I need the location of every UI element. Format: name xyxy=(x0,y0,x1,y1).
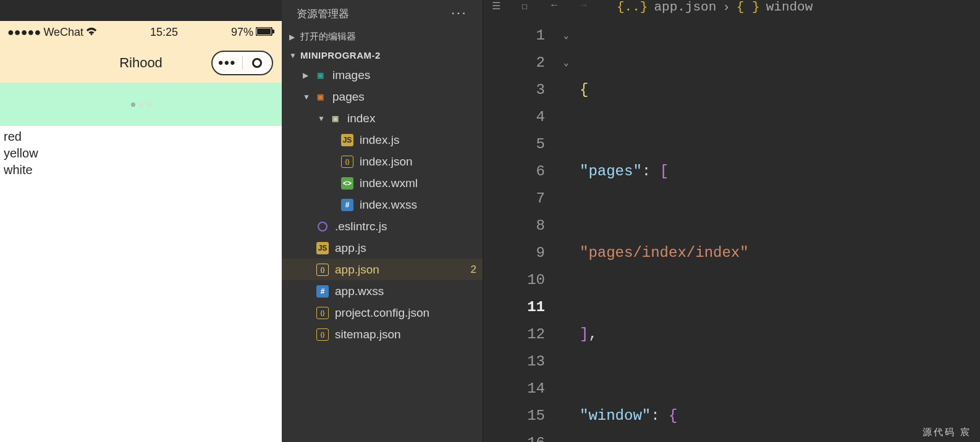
wxml-file-icon: <> xyxy=(341,177,353,190)
battery-icon xyxy=(256,26,274,39)
tree-label: .eslintrc.js xyxy=(335,220,387,233)
tree-label: app.js xyxy=(335,241,366,255)
tree-label: index xyxy=(347,112,375,125)
project-root-section[interactable]: ▼ MINIPROGRAM-2 xyxy=(282,46,483,64)
status-time: 15:25 xyxy=(97,26,231,39)
tree-file-app-json[interactable]: {} app.json 2 xyxy=(282,259,483,280)
chevron-right-icon: ▶ xyxy=(289,33,300,41)
tree-label: pages xyxy=(332,90,365,104)
capsule-button[interactable]: ••• xyxy=(211,51,273,75)
tree-file-index-wxss[interactable]: # index.wxss xyxy=(282,194,483,215)
wxss-file-icon: # xyxy=(341,199,353,211)
tree-folder-images[interactable]: ▶ ▣ images xyxy=(282,64,483,86)
chevron-down-icon: ▼ xyxy=(289,51,300,60)
tree-file-index-wxml[interactable]: <> index.wxml xyxy=(282,172,483,194)
tree-label: app.json xyxy=(335,263,379,277)
capsule-more-icon[interactable]: ••• xyxy=(213,55,242,71)
tree-file-index-json[interactable]: {} index.json xyxy=(282,151,483,172)
capsule-close-icon[interactable] xyxy=(243,58,272,68)
tree-label: index.js xyxy=(360,133,399,147)
watermark-text: 源代码 宸 xyxy=(923,427,971,438)
chevron-down-icon: ▼ xyxy=(318,114,329,123)
content-line: red xyxy=(4,128,278,145)
open-editors-label: 打开的编辑器 xyxy=(300,31,356,43)
json-file-icon: {} xyxy=(316,328,329,341)
code-area[interactable]: { "pages": [ "pages/index/index" ], "win… xyxy=(580,11,980,442)
chevron-down-icon: ▼ xyxy=(303,93,314,101)
tree-label: index.json xyxy=(360,155,413,169)
json-file-icon: {} xyxy=(341,156,353,168)
tree-folder-pages[interactable]: ▼ ▣ pages xyxy=(282,86,483,107)
tree-folder-index[interactable]: ▼ ▣ index xyxy=(282,107,483,129)
tree-label: index.wxss xyxy=(360,198,417,212)
tree-label: app.wxss xyxy=(335,285,384,298)
wxss-file-icon: # xyxy=(316,285,329,298)
code-editor[interactable]: ☰ ☐ ← → {..} app.json › { } window 123 4… xyxy=(483,0,980,442)
folder-icon: ▣ xyxy=(329,112,341,125)
tree-file-project-config[interactable]: {} project.config.json xyxy=(282,302,483,323)
explorer-header: 资源管理器 ··· xyxy=(282,0,483,27)
editor-toolbar: ☰ ☐ ← → {..} app.json › { } window xyxy=(483,0,980,11)
line-number-gutter: 123 456 789 101112 131415 16 xyxy=(483,11,564,442)
svg-rect-2 xyxy=(272,30,274,33)
json-file-icon: {} xyxy=(316,264,329,276)
file-tree: ▶ ▣ images ▼ ▣ pages ▼ ▣ index JS index.… xyxy=(282,64,483,349)
project-name: MINIPROGRAM-2 xyxy=(300,50,381,60)
sim-nav-title: Rihood xyxy=(119,55,163,71)
tree-file-index-js[interactable]: JS index.js xyxy=(282,129,483,151)
tree-file-app-wxss[interactable]: # app.wxss xyxy=(282,280,483,302)
tree-file-app-js[interactable]: JS app.js xyxy=(282,237,483,259)
tree-label: project.config.json xyxy=(335,306,429,320)
tree-label: images xyxy=(332,69,370,82)
sim-page-content: red yellow white xyxy=(0,126,282,181)
svg-rect-1 xyxy=(257,28,271,35)
folder-icon: ▣ xyxy=(314,91,326,103)
explorer-title: 资源管理器 xyxy=(297,7,349,21)
tree-label: sitemap.json xyxy=(335,328,401,341)
signal-dots-icon: ●●●●● xyxy=(7,26,41,39)
chevron-right-icon: ▶ xyxy=(303,71,314,80)
folder-icon: ▣ xyxy=(314,69,326,81)
pull-refresh-area xyxy=(0,83,282,126)
fold-gutter[interactable]: ⌄⌄ xyxy=(564,11,580,442)
open-editors-section[interactable]: ▶ 打开的编辑器 xyxy=(282,27,483,46)
simulator-preview: ●●●●● WeChat 15:25 97% Rihood ••• red ye… xyxy=(0,21,282,442)
sim-status-bar: ●●●●● WeChat 15:25 97% xyxy=(0,21,282,43)
battery-percent: 97% xyxy=(231,26,253,39)
tree-file-sitemap[interactable]: {} sitemap.json xyxy=(282,323,483,345)
tree-file-eslintrc[interactable]: .eslintrc.js xyxy=(282,215,483,237)
sim-nav-bar: Rihood ••• xyxy=(0,43,282,83)
eslint-file-icon xyxy=(316,220,329,233)
carrier-label: WeChat xyxy=(43,26,83,39)
explorer-more-icon[interactable]: ··· xyxy=(452,7,468,20)
wifi-icon xyxy=(86,26,97,39)
json-file-icon: {} xyxy=(316,307,329,319)
explorer-panel: 资源管理器 ··· ▶ 打开的编辑器 ▼ MINIPROGRAM-2 ▶ ▣ i… xyxy=(282,0,483,442)
problems-badge: 2 xyxy=(471,264,476,276)
js-file-icon: JS xyxy=(341,134,353,146)
forward-arrow-icon[interactable]: → xyxy=(581,0,594,14)
js-file-icon: JS xyxy=(316,242,329,254)
tree-label: index.wxml xyxy=(360,177,418,190)
content-line: yellow xyxy=(4,145,278,162)
content-line: white xyxy=(4,162,278,178)
